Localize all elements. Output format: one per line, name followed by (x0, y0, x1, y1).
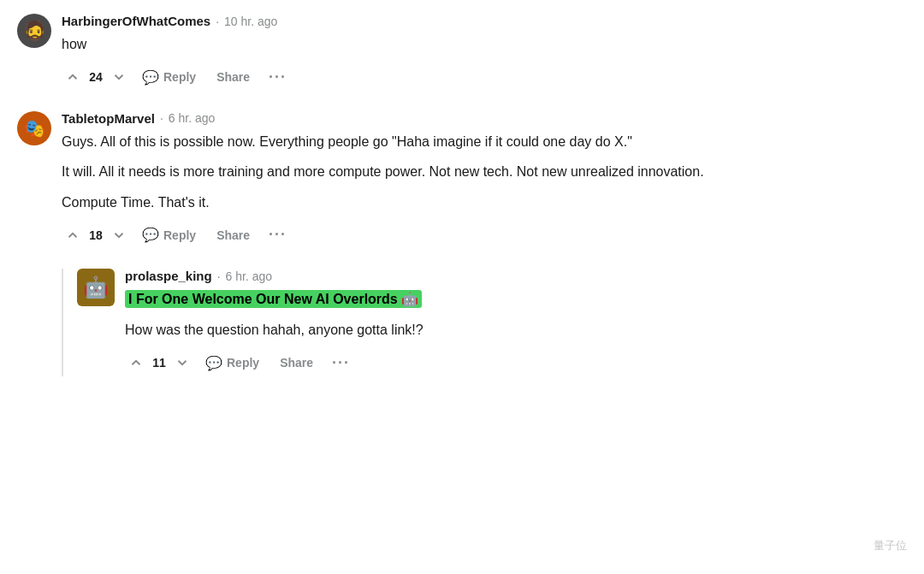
highlighted-text: I For One Welcome Our New AI Overlords 🤖 (125, 290, 422, 308)
comment-item: 🎭 TabletopMarvel · 6 hr. ago Guys. All o… (17, 111, 907, 249)
timestamp: 6 hr. ago (169, 111, 216, 125)
downvote-button[interactable] (171, 352, 193, 374)
avatar: 🧔 (17, 14, 51, 48)
more-options-button[interactable]: ··· (262, 222, 293, 247)
upvote-button[interactable] (62, 66, 84, 88)
comment-text: how (62, 33, 907, 56)
comment-text: Guys. All of this is possible now. Every… (62, 131, 907, 214)
separator-dot: · (217, 269, 221, 283)
username: prolaspe_king (125, 269, 212, 283)
action-bar: 18 💬 Reply Share ··· (62, 222, 907, 248)
watermark: 量子位 (874, 538, 907, 553)
separator-dot: · (160, 111, 163, 125)
comment-header: HarbingerOfWhatComes · 10 hr. ago (62, 14, 907, 28)
comment-body: prolaspe_king · 6 hr. ago I For One Welc… (125, 269, 907, 376)
comment-text: I For One Welcome Our New AI Overlords 🤖… (125, 288, 907, 340)
comment-item-nested: 🤖 prolaspe_king · 6 hr. ago I For One We… (62, 269, 907, 376)
more-options-button[interactable]: ··· (262, 65, 293, 90)
more-options-button[interactable]: ··· (325, 351, 357, 376)
vote-section: 11 (125, 352, 193, 374)
vote-section: 18 (62, 224, 130, 246)
reply-button[interactable]: 💬 Reply (133, 64, 204, 91)
username: TabletopMarvel (62, 111, 155, 126)
reply-button[interactable]: 💬 Reply (133, 222, 204, 248)
username: HarbingerOfWhatComes (62, 14, 210, 28)
reply-button[interactable]: 💬 Reply (197, 350, 268, 376)
action-bar: 24 💬 Reply Share ··· (62, 64, 907, 91)
downvote-button[interactable] (108, 66, 130, 88)
vote-count: 11 (151, 356, 168, 370)
comment-header: prolaspe_king · 6 hr. ago (125, 269, 907, 283)
separator-dot: · (216, 15, 219, 28)
avatar: 🤖 (77, 269, 115, 306)
vote-section: 24 (62, 66, 130, 88)
timestamp: 10 hr. ago (224, 15, 277, 28)
timestamp: 6 hr. ago (226, 269, 273, 283)
reply-icon: 💬 (142, 69, 159, 86)
upvote-button[interactable] (62, 224, 84, 246)
avatar: 🎭 (17, 111, 51, 145)
reply-icon: 💬 (205, 355, 222, 371)
action-bar: 11 💬 Reply Share ··· (125, 350, 907, 376)
comment-body: HarbingerOfWhatComes · 10 hr. ago how 24 (62, 14, 907, 91)
comments-container: 🧔 HarbingerOfWhatComes · 10 hr. ago how … (0, 0, 924, 411)
comment-header: TabletopMarvel · 6 hr. ago (62, 111, 907, 126)
vote-count: 24 (87, 70, 104, 84)
reply-icon: 💬 (142, 227, 159, 243)
share-button[interactable]: Share (208, 223, 258, 247)
share-button[interactable]: Share (271, 351, 322, 375)
downvote-button[interactable] (108, 224, 130, 246)
upvote-button[interactable] (125, 352, 147, 374)
comment-body: TabletopMarvel · 6 hr. ago Guys. All of … (62, 111, 907, 249)
share-button[interactable]: Share (208, 65, 258, 89)
comment-item: 🧔 HarbingerOfWhatComes · 10 hr. ago how … (17, 14, 907, 91)
vote-count: 18 (87, 228, 104, 242)
